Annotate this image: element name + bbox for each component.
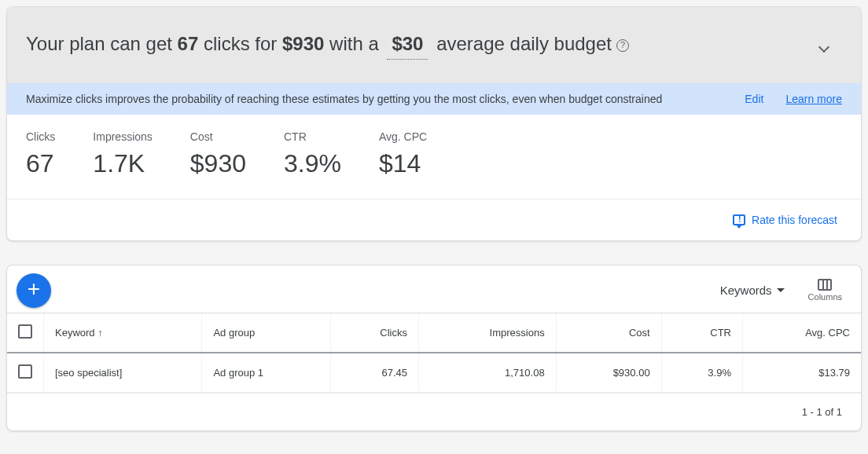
caret-down-icon: [777, 288, 785, 292]
stat-cost: Cost $930: [190, 130, 246, 178]
keywords-dropdown-label: Keywords: [720, 284, 772, 297]
learn-more-link[interactable]: Learn more: [785, 93, 842, 105]
stat-label: Clicks: [26, 130, 55, 143]
stats-row: Clicks 67 Impressions 1.7K Cost $930 CTR…: [7, 115, 861, 200]
cell-avgcpc: $13.79: [743, 353, 862, 393]
plan-cost: $930: [282, 33, 324, 54]
edit-link[interactable]: Edit: [745, 93, 763, 105]
sort-asc-icon: ↑: [98, 328, 103, 339]
plan-clicks: 67: [178, 33, 199, 54]
rate-label: Rate this forecast: [752, 214, 837, 226]
stat-ctr: CTR 3.9%: [284, 130, 341, 178]
plan-suffix: average daily budget: [431, 33, 612, 54]
stat-value: 3.9%: [284, 149, 341, 178]
stat-label: Avg. CPC: [379, 130, 427, 143]
stat-impressions: Impressions 1.7K: [93, 130, 152, 178]
forecast-card: Your plan can get 67 clicks for $930 wit…: [6, 6, 862, 241]
stat-label: Impressions: [93, 130, 152, 143]
add-keyword-button[interactable]: +: [17, 273, 51, 308]
select-all-checkbox[interactable]: [18, 324, 32, 339]
table-toolbar: + Keywords Columns: [7, 265, 861, 313]
cell-clicks: 67.45: [330, 353, 418, 393]
col-clicks[interactable]: Clicks: [330, 313, 418, 353]
cell-cost: $930.00: [556, 353, 661, 393]
rate-forecast-button[interactable]: Rate this forecast: [733, 214, 837, 226]
keywords-table: Keyword↑ Ad group Clicks Impressions Cos…: [7, 313, 861, 393]
columns-label: Columns: [808, 292, 842, 302]
col-ctr[interactable]: CTR: [661, 313, 742, 353]
col-keyword-label: Keyword: [55, 327, 95, 339]
info-text: Maximize clicks improves the probability…: [26, 93, 662, 105]
plan-header: Your plan can get 67 clicks for $930 wit…: [7, 7, 861, 83]
plus-icon: +: [28, 276, 40, 302]
stat-clicks: Clicks 67: [26, 130, 55, 178]
plan-mid1: clicks for: [198, 33, 282, 54]
table-row[interactable]: [seo specialist] Ad group 1 67.45 1,710.…: [7, 353, 861, 393]
col-avgcpc[interactable]: Avg. CPC: [743, 313, 862, 353]
stat-label: Cost: [190, 130, 246, 143]
keywords-table-card: + Keywords Columns Keyword↑ Ad group Cli…: [6, 265, 862, 431]
chevron-down-icon: [818, 42, 829, 53]
table-header-row: Keyword↑ Ad group Clicks Impressions Cos…: [7, 313, 861, 353]
cell-adgroup: Ad group 1: [202, 353, 330, 393]
daily-budget-input[interactable]: $30: [387, 31, 428, 60]
col-keyword[interactable]: Keyword↑: [44, 313, 202, 353]
rate-row: Rate this forecast: [7, 200, 861, 240]
columns-icon: [818, 279, 832, 291]
expand-toggle[interactable]: [820, 34, 842, 56]
stat-value: $930: [190, 149, 246, 178]
col-impressions[interactable]: Impressions: [418, 313, 556, 353]
row-select-cell: [7, 353, 44, 393]
keywords-dropdown[interactable]: Keywords: [720, 284, 785, 297]
row-checkbox[interactable]: [18, 364, 32, 379]
help-icon[interactable]: ?: [616, 39, 629, 52]
columns-button[interactable]: Columns: [808, 279, 842, 302]
cell-ctr: 3.9%: [661, 353, 742, 393]
stat-value: 1.7K: [93, 149, 152, 178]
info-bar: Maximize clicks improves the probability…: [7, 83, 861, 115]
plan-mid2: with a: [324, 33, 384, 54]
plan-summary-text: Your plan can get 67 clicks for $930 wit…: [26, 31, 629, 60]
feedback-icon: [733, 214, 745, 225]
select-all-header: [7, 313, 44, 353]
stat-label: CTR: [284, 130, 341, 143]
plan-prefix: Your plan can get: [26, 33, 178, 54]
stat-avgcpc: Avg. CPC $14: [379, 130, 427, 178]
table-footer: 1 - 1 of 1: [7, 393, 861, 430]
cell-keyword: [seo specialist]: [44, 353, 202, 393]
col-cost[interactable]: Cost: [556, 313, 661, 353]
stat-value: $14: [379, 149, 427, 178]
col-adgroup[interactable]: Ad group: [202, 313, 330, 353]
cell-impressions: 1,710.08: [418, 353, 556, 393]
stat-value: 67: [26, 149, 55, 178]
